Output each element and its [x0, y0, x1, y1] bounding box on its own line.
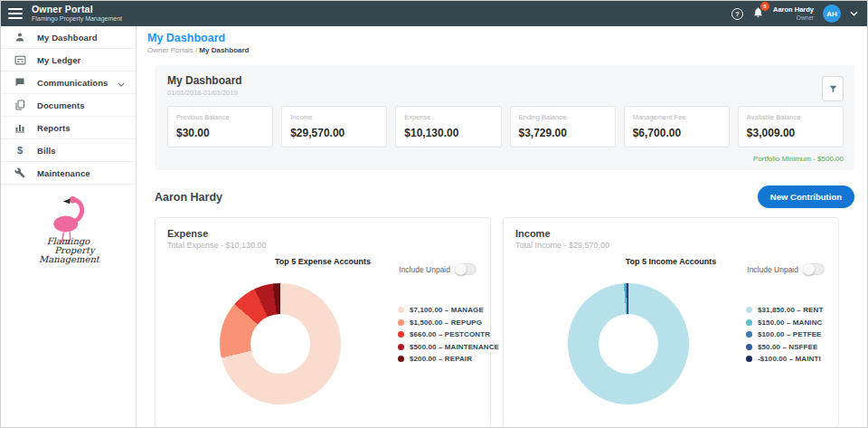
legend-dot — [746, 331, 752, 338]
documents-icon — [14, 100, 26, 110]
user-name: Aaron Hardy — [773, 5, 814, 14]
toggle-knob — [455, 263, 467, 275]
income-legend: $31,850.00 – RENT$150.00 – MANINC$100.00… — [746, 306, 823, 367]
legend-item: $660.00 – PESTCONTR — [398, 330, 499, 338]
help-icon[interactable]: ? — [731, 8, 743, 20]
breadcrumb-current: My Dashboard — [199, 46, 249, 54]
top-bar: Owner Portal Flamingo Property Managemen… — [1, 1, 867, 26]
legend-label: -$100.00 – MAINTI — [758, 355, 821, 363]
chevron-down-icon — [118, 74, 125, 90]
company-logo: Flamingo Property Management — [1, 194, 136, 264]
chevron-down-icon[interactable] — [850, 11, 858, 16]
dollar-icon: $ — [14, 145, 26, 156]
bar-chart-icon — [14, 122, 26, 133]
sidebar-item-my-dashboard[interactable]: My Dashboard — [1, 26, 136, 49]
legend-dot — [398, 356, 404, 362]
toggle-knob — [803, 263, 815, 275]
summary-card-management-fee: Management Fee $6,700.00 — [624, 106, 730, 147]
income-card-subtitle: Total Income - $29,570.00 — [515, 241, 826, 250]
filter-icon — [828, 84, 838, 94]
legend-item: $7,100.00 – MANAGE — [398, 306, 499, 314]
filter-button[interactable] — [822, 76, 844, 101]
legend-item: $31,850.00 – RENT — [746, 306, 823, 314]
expense-legend: $7,100.00 – MANAGE$1,500.00 – REPUPG$660… — [398, 306, 499, 367]
summary-date-range: 01/01/2018-01/01/2019 — [167, 89, 844, 97]
chat-icon — [14, 77, 26, 88]
include-unpaid-toggle[interactable] — [455, 263, 476, 275]
legend-label: $200.00 – REPAIR — [410, 355, 472, 363]
dashboard-summary-panel: My Dashboard 01/01/2018-01/01/2019 Previ… — [155, 65, 854, 170]
legend-label: $150.00 – MANINC — [758, 319, 822, 327]
legend-item: -$100.00 – MAINTI — [746, 355, 823, 363]
summary-title: My Dashboard — [167, 74, 844, 87]
app-title: Owner Portal — [32, 5, 122, 14]
user-role: Owner — [773, 14, 814, 22]
new-contribution-button[interactable]: New Contribution — [758, 185, 854, 208]
summary-card-previous-balance: Previous Balance $30.00 — [167, 106, 273, 147]
include-unpaid-label: Include Unpaid — [747, 265, 798, 274]
legend-label: $100.00 – PETFEE — [758, 330, 822, 338]
ledger-icon — [14, 55, 26, 65]
legend-dot — [746, 356, 752, 362]
brand: Owner Portal Flamingo Property Managemen… — [32, 5, 122, 23]
income-card-title: Income — [515, 228, 826, 239]
notifications-button[interactable]: 5 — [752, 5, 764, 22]
summary-cards: Previous Balance $30.00 Income $29,570.0… — [167, 106, 844, 147]
legend-dot — [746, 319, 752, 326]
owner-name: Aaron Hardy — [155, 191, 222, 204]
sidebar-item-communications[interactable]: Communications — [1, 71, 136, 94]
legend-label: $660.00 – PESTCONTR — [410, 330, 490, 338]
user-info[interactable]: Aaron Hardy Owner — [773, 5, 814, 22]
expense-chart-card: Expense Total Expense - $10,130.00 Top 5… — [155, 217, 491, 428]
sidebar-item-maintenance[interactable]: Maintenance — [1, 162, 136, 185]
logo-text: Flamingo Property Management — [1, 237, 136, 264]
donut-hole — [250, 314, 310, 374]
legend-item: $200.00 – REPAIR — [398, 355, 499, 363]
legend-dot — [398, 307, 404, 313]
legend-dot — [746, 307, 752, 313]
legend-label: $31,850.00 – RENT — [758, 306, 823, 314]
summary-card-available-balance: Available Balance $3,009.00 — [738, 106, 844, 147]
wrench-icon — [14, 167, 26, 178]
legend-item: $100.00 – PETFEE — [746, 330, 823, 338]
expense-card-title: Expense — [167, 228, 478, 239]
summary-card-expense: Expense $10,130.00 — [395, 106, 501, 147]
sidebar-item-bills[interactable]: $ Bills — [1, 139, 136, 162]
breadcrumb: My Dashboard Owner Portals / My Dashboar… — [147, 32, 854, 54]
sidebar-item-my-ledger[interactable]: My Ledger — [1, 49, 136, 71]
sidebar-item-documents[interactable]: Documents — [1, 94, 136, 117]
donut-hole — [599, 314, 658, 374]
legend-item: $50.00 – NSFFEE — [746, 343, 823, 351]
legend-label: $7,100.00 – MANAGE — [410, 306, 484, 314]
menu-icon[interactable] — [8, 8, 23, 19]
legend-item: $150.00 – MANINC — [746, 319, 823, 327]
breadcrumb-parent[interactable]: Owner Portals — [147, 46, 193, 54]
legend-dot — [746, 344, 752, 350]
income-donut-chart[interactable] — [568, 283, 689, 404]
main-content: My Dashboard Owner Portals / My Dashboar… — [137, 26, 867, 428]
page-title: My Dashboard — [147, 32, 854, 44]
include-unpaid-label: Include Unpaid — [399, 265, 450, 274]
legend-label: $1,500.00 – REPUPG — [410, 319, 482, 327]
portfolio-minimum: Portfolio Minimum - $500.00 — [167, 155, 844, 163]
expense-donut-chart[interactable] — [220, 283, 341, 404]
app-subtitle: Flamingo Property Management — [32, 14, 122, 23]
legend-label: $50.00 – NSFFEE — [758, 343, 817, 351]
legend-label: $500.00 – MAINTENANCE — [410, 343, 499, 351]
summary-card-income: Income $29,570.00 — [281, 106, 387, 147]
person-icon — [14, 32, 26, 43]
avatar[interactable]: AH — [823, 5, 841, 23]
notification-badge: 5 — [760, 2, 769, 11]
owner-portal-app: Owner Portal Flamingo Property Managemen… — [0, 0, 868, 428]
legend-item: $500.00 – MAINTENANCE — [398, 343, 499, 351]
income-chart-card: Income Total Income - $29,570.00 Top 5 I… — [503, 217, 839, 428]
summary-card-ending-balance: Ending Balance $3,729.00 — [510, 106, 616, 147]
legend-item: $1,500.00 – REPUPG — [398, 319, 499, 327]
legend-dot — [398, 331, 404, 338]
sidebar-item-reports[interactable]: Reports — [1, 117, 136, 139]
include-unpaid-toggle[interactable] — [803, 263, 825, 275]
legend-dot — [398, 344, 404, 350]
expense-card-subtitle: Total Expense - $10,130.00 — [167, 241, 478, 250]
legend-dot — [398, 319, 404, 326]
sidebar: My Dashboard My Ledger Communications Do… — [1, 26, 137, 428]
